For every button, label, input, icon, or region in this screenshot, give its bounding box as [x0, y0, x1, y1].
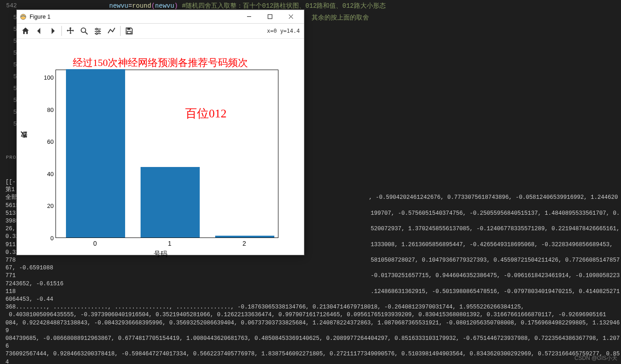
y-tick: 20 [47, 202, 54, 209]
pan-icon[interactable] [65, 25, 76, 37]
x-tick: 0 [93, 240, 97, 247]
window-title: Figure 1 [30, 14, 50, 20]
x-axis-label: 号码 [17, 250, 304, 258]
svg-point-10 [98, 30, 100, 32]
cursor-coordinates: x=0 y=14.4 [267, 28, 301, 34]
y-tick: 0 [50, 235, 54, 242]
bar-0 [66, 69, 125, 238]
line-icon[interactable] [106, 25, 117, 37]
x-tick: 1 [168, 240, 172, 247]
figure-window: Figure 1 x=0 y=14.4 经过150次神经网络预测各推荐号码频次 … [16, 10, 304, 255]
minimize-button[interactable] [238, 10, 259, 23]
bar-1 [141, 167, 200, 238]
y-tick: 80 [47, 106, 54, 113]
y-tick: 100 [44, 74, 54, 81]
y-tick: 60 [47, 138, 54, 145]
window-titlebar[interactable]: Figure 1 [17, 10, 304, 24]
axes [56, 70, 278, 238]
configure-icon[interactable] [92, 25, 104, 37]
comment: #随机四舍五入取整：百十个012路柱状图、012路和值、012路大小形态 [178, 2, 385, 10]
y-tick: 40 [47, 171, 54, 177]
problems-tab[interactable]: PRO [6, 155, 16, 160]
variable: newvu [109, 2, 128, 10]
comment: 其余的按上面的取舍 [312, 14, 369, 21]
save-icon[interactable] [123, 25, 135, 37]
svg-rect-13 [127, 28, 131, 30]
x-tick: 2 [242, 240, 246, 247]
bar-2 [215, 236, 274, 238]
back-icon[interactable] [33, 25, 45, 37]
maximize-button[interactable] [259, 10, 280, 23]
home-icon[interactable] [20, 25, 31, 37]
toolbar-separator [120, 26, 121, 36]
svg-point-8 [96, 28, 98, 30]
figure-toolbar: x=0 y=14.4 [17, 24, 304, 39]
svg-point-5 [81, 28, 86, 32]
svg-point-12 [96, 33, 98, 35]
toolbar-separator [61, 26, 62, 36]
app-icon [20, 13, 27, 20]
forward-icon[interactable] [47, 25, 59, 37]
plot-canvas[interactable]: 经过150次神经网络预测各推荐号码频次 百位012 0 20 40 60 80 … [17, 39, 304, 255]
svg-rect-14 [127, 31, 131, 34]
close-button[interactable] [280, 10, 301, 23]
chart-title: 经过150次神经网络预测各推荐号码频次 [17, 56, 304, 70]
zoom-icon[interactable] [78, 25, 90, 37]
svg-rect-2 [268, 15, 272, 19]
watermark: CSDN @GIS小天 [575, 354, 617, 362]
svg-line-6 [86, 32, 88, 35]
function-call: round [132, 2, 151, 10]
